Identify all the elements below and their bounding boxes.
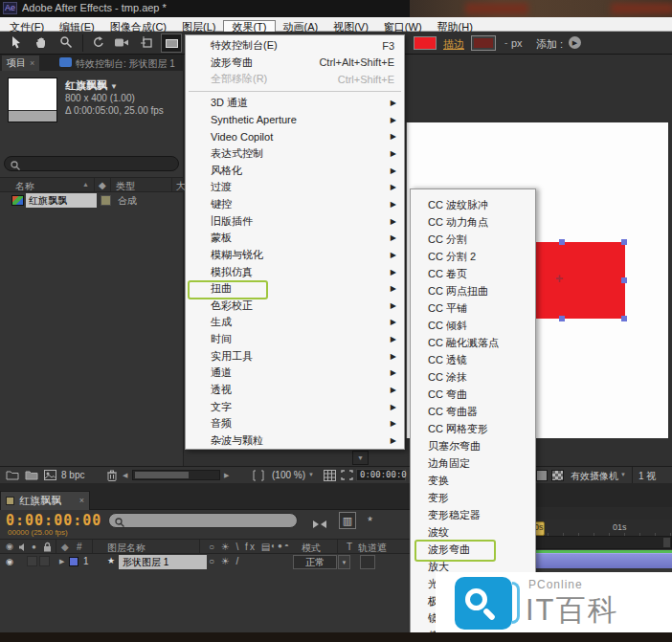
close-icon[interactable]: × bbox=[79, 492, 84, 510]
new-folder-icon[interactable] bbox=[25, 470, 38, 482]
menu-category-item[interactable]: 生成 ▶ bbox=[186, 314, 404, 331]
submenu-item[interactable]: CC 波纹脉冲 bbox=[411, 196, 535, 213]
menu-category-item[interactable]: 文字 ▶ bbox=[186, 398, 404, 415]
rotate-tool-icon[interactable] bbox=[90, 35, 107, 51]
hand-tool-icon[interactable] bbox=[33, 35, 50, 51]
selection-handle[interactable] bbox=[621, 277, 627, 283]
column-name[interactable]: 名称 bbox=[15, 180, 34, 193]
shy-layers-icon[interactable] bbox=[312, 516, 327, 533]
stroke-width-value[interactable]: - bbox=[504, 37, 507, 48]
view-layout-dropdown[interactable]: 1 视 bbox=[638, 470, 656, 483]
blend-mode-dropdown[interactable]: 正常 bbox=[293, 555, 337, 569]
submenu-item[interactable]: 变换 bbox=[411, 472, 535, 489]
project-item-name[interactable]: 红旗飘飘 bbox=[26, 193, 97, 208]
track-matte-box[interactable] bbox=[360, 555, 375, 569]
chevron-down-icon[interactable]: ▼ bbox=[338, 555, 350, 569]
submenu-item[interactable]: CC 平铺 bbox=[411, 299, 535, 317]
menu-category-item[interactable]: 时间 ▶ bbox=[186, 331, 404, 348]
tag-icon[interactable]: ◆ bbox=[99, 180, 106, 190]
project-search-input[interactable] bbox=[4, 156, 179, 171]
current-timecode[interactable]: 0:00:00:00 bbox=[6, 512, 101, 529]
label-color-swatch[interactable] bbox=[101, 195, 111, 206]
menu-item[interactable]: 波形弯曲 Ctrl+Alt+Shift+E bbox=[186, 55, 404, 72]
menu-category-item[interactable]: Video Copilot ▶ bbox=[186, 128, 404, 145]
layer-name[interactable]: 形状图层 1 bbox=[119, 555, 207, 569]
submenu-item[interactable]: 波形弯曲 bbox=[411, 541, 535, 558]
always-preview-icon[interactable] bbox=[253, 470, 264, 483]
selection-handle[interactable] bbox=[621, 239, 627, 245]
layer-row[interactable]: ◉ ▶ 1 ★ 形状图层 1 ○ ☀ / 正常 ▼ bbox=[0, 554, 410, 570]
menu-category-item[interactable]: 键控 ▶ bbox=[186, 196, 404, 213]
submenu-item[interactable]: CC 融化溅落点 bbox=[411, 334, 535, 351]
motion-blur-icon[interactable]: * bbox=[368, 514, 372, 528]
menu-item[interactable]: 特效控制台(E) F3 bbox=[186, 37, 404, 55]
scrollbar-down-button[interactable]: ▼ bbox=[352, 451, 369, 465]
column-layer-name[interactable]: 图层名称 bbox=[107, 542, 146, 555]
interpret-footage-icon[interactable] bbox=[6, 470, 19, 482]
chevron-down-icon[interactable]: ▼ bbox=[308, 472, 314, 477]
eye-icon[interactable]: ◉ bbox=[6, 557, 13, 566]
column-t[interactable]: T bbox=[347, 542, 352, 552]
add-button[interactable]: ▶ bbox=[569, 36, 581, 49]
timeline-search-input[interactable] bbox=[108, 513, 298, 528]
submenu-item[interactable]: CC 分割 bbox=[411, 231, 535, 248]
eye-icon[interactable]: ◉ bbox=[6, 542, 13, 551]
horizontal-scrollbar[interactable] bbox=[132, 470, 220, 480]
active-camera-dropdown[interactable]: 有效摄像机 bbox=[571, 470, 618, 483]
selection-handle[interactable] bbox=[559, 239, 565, 245]
column-track-matte[interactable]: 轨道遮 bbox=[358, 542, 408, 555]
menu-category-item[interactable]: 透视 ▶ bbox=[186, 382, 404, 399]
submenu-item[interactable]: 变形 bbox=[411, 489, 535, 506]
menu-category-item[interactable]: 过渡 ▶ bbox=[186, 179, 404, 196]
submenu-item[interactable]: CC 透镜 bbox=[411, 351, 535, 368]
selection-tool-icon[interactable] bbox=[8, 35, 25, 51]
menu-category-item[interactable]: 杂波与颗粒 ▶ bbox=[186, 432, 404, 450]
sort-asc-icon[interactable]: ▲ bbox=[82, 181, 89, 188]
menu-category-item[interactable]: 扭曲 ▶ bbox=[186, 280, 404, 298]
submenu-item[interactable]: CC 网格变形 bbox=[411, 420, 535, 437]
anchor-point-icon[interactable]: + bbox=[555, 271, 563, 286]
pan-behind-tool-icon[interactable] bbox=[138, 35, 155, 51]
selection-handle[interactable] bbox=[559, 316, 565, 321]
close-icon[interactable]: × bbox=[30, 58, 34, 68]
submenu-item[interactable]: 波纹 bbox=[411, 523, 535, 541]
submenu-item[interactable]: CC 动力角点 bbox=[411, 213, 535, 231]
comp-timecode[interactable]: 0:00:00:0 bbox=[356, 469, 406, 481]
region-of-interest-icon[interactable] bbox=[341, 470, 353, 482]
camera-tool-icon[interactable] bbox=[113, 35, 130, 51]
scroll-left-icon[interactable]: ◀ bbox=[123, 472, 127, 479]
frame-blend-icon[interactable]: ▥ bbox=[339, 512, 356, 529]
menu-category-item[interactable]: 蒙板 ▶ bbox=[186, 230, 404, 247]
menu-category-item[interactable]: Synthetic Aperture ▶ bbox=[186, 111, 404, 128]
tab-project[interactable]: 项目× bbox=[2, 55, 39, 71]
submenu-item[interactable]: CC 分割 2 bbox=[411, 248, 535, 265]
menu-category-item[interactable]: 音频 ▶ bbox=[186, 415, 404, 432]
solo-icon[interactable]: ● bbox=[32, 542, 36, 551]
column-type[interactable]: 类型 bbox=[116, 180, 135, 193]
tag-icon[interactable]: ◆ bbox=[61, 542, 69, 552]
new-composition-icon[interactable] bbox=[44, 470, 56, 482]
scrollbar-thumb[interactable] bbox=[135, 472, 189, 478]
submenu-item[interactable]: CC 弯曲器 bbox=[411, 403, 535, 420]
layer-color-swatch[interactable] bbox=[69, 557, 78, 566]
column-mode[interactable]: 模式 bbox=[302, 542, 321, 555]
trash-icon[interactable] bbox=[107, 470, 117, 483]
zoom-level-dropdown[interactable]: (100 %) bbox=[272, 470, 305, 480]
transparency-grid-icon[interactable] bbox=[551, 470, 564, 481]
audio-toggle-box[interactable] bbox=[27, 556, 37, 566]
menu-category-item[interactable]: 实用工具 ▶ bbox=[186, 347, 404, 365]
submenu-item[interactable]: 变形稳定器 bbox=[411, 506, 535, 523]
snapshot-icon[interactable] bbox=[536, 470, 548, 481]
project-item-row[interactable]: 红旗飘飘 合成 bbox=[0, 193, 183, 209]
submenu-item[interactable]: CC 卷页 bbox=[411, 265, 535, 282]
stroke-label[interactable]: 描边 bbox=[443, 37, 464, 52]
composition-name[interactable]: 红旗飘飘 ▼ bbox=[65, 78, 118, 93]
rectangle-tool-icon[interactable] bbox=[161, 33, 182, 53]
tab-effect-controls[interactable]: 特效控制台: 形状图层 1 bbox=[76, 57, 184, 71]
panel-icon[interactable] bbox=[59, 57, 72, 67]
menu-category-item[interactable]: 模糊与锐化 ▶ bbox=[186, 247, 404, 264]
scroll-right-icon[interactable]: ▶ bbox=[224, 472, 229, 479]
selection-handle[interactable] bbox=[621, 316, 627, 321]
bit-depth-label[interactable]: 8 bpc bbox=[61, 470, 84, 480]
solo-toggle-box[interactable] bbox=[39, 556, 50, 566]
